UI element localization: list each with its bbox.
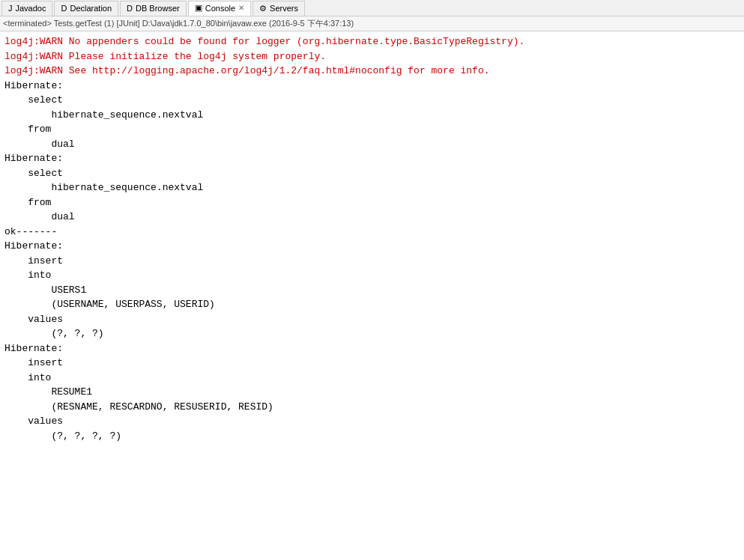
console-line: into xyxy=(4,268,740,283)
javadoc-icon: J xyxy=(8,4,13,13)
console-line: into xyxy=(4,371,740,386)
console-line: insert xyxy=(4,356,740,371)
status-text: <terminated> Tests.getTest (1) [JUnit] D… xyxy=(3,18,354,29)
console-line: select xyxy=(4,166,740,181)
console-line: log4j:WARN Please initialize the log4j s… xyxy=(4,49,740,64)
tab-console-label: Console xyxy=(205,4,235,13)
console-line: select xyxy=(4,93,740,108)
console-line: hibernate_sequence.nextval xyxy=(4,108,740,123)
console-icon: ▣ xyxy=(195,3,202,13)
console-line: values xyxy=(4,312,740,327)
tab-servers-label: Servers xyxy=(270,4,298,13)
tab-declaration-label: Declaration xyxy=(70,4,112,13)
tab-javadoc-label: Javadoc xyxy=(16,4,46,13)
console-line: Hibernate: xyxy=(4,239,740,254)
console-line: insert xyxy=(4,254,740,269)
console-line: Hibernate: xyxy=(4,341,740,356)
console-line: RESUME1 xyxy=(4,385,740,400)
declaration-icon: D xyxy=(61,4,67,13)
console-line: Hibernate: xyxy=(4,79,740,94)
servers-icon: ⚙ xyxy=(259,4,267,13)
console-line: ok------- xyxy=(4,225,740,240)
tab-javadoc[interactable]: J Javadoc xyxy=(1,1,52,16)
console-line: (RESNAME, RESCARDNO, RESUSERID, RESID) xyxy=(4,400,740,415)
console-line: (USERNAME, USERPASS, USERID) xyxy=(4,297,740,312)
status-bar: <terminated> Tests.getTest (1) [JUnit] D… xyxy=(0,16,744,31)
console-close-icon[interactable]: ✕ xyxy=(238,4,244,12)
console-line: from xyxy=(4,195,740,210)
console-line: from xyxy=(4,122,740,137)
console-line: log4j:WARN No appenders could be found f… xyxy=(4,34,740,49)
console-line: log4j:WARN See http://logging.apache.org… xyxy=(4,64,740,79)
console-line: Hibernate: xyxy=(4,151,740,166)
console-line: (?, ?, ?) xyxy=(4,326,740,341)
tab-dbbrowser-label: DB Browser xyxy=(136,4,180,13)
tab-dbbrowser[interactable]: D DB Browser xyxy=(120,1,187,16)
console-line: values xyxy=(4,414,740,429)
dbbrowser-icon: D xyxy=(127,4,133,13)
console-line: dual xyxy=(4,210,740,225)
console-line: hibernate_sequence.nextval xyxy=(4,180,740,195)
console-output[interactable]: log4j:WARN No appenders could be found f… xyxy=(0,31,744,560)
console-line: USERS1 xyxy=(4,283,740,298)
tab-bar: J Javadoc D Declaration D DB Browser ▣ C… xyxy=(0,0,744,16)
tab-servers[interactable]: ⚙ Servers xyxy=(252,1,305,16)
console-line: (?, ?, ?, ?) xyxy=(4,429,740,444)
console-line: dual xyxy=(4,137,740,152)
tab-declaration[interactable]: D Declaration xyxy=(54,1,118,16)
tab-console[interactable]: ▣ Console ✕ xyxy=(188,1,251,16)
